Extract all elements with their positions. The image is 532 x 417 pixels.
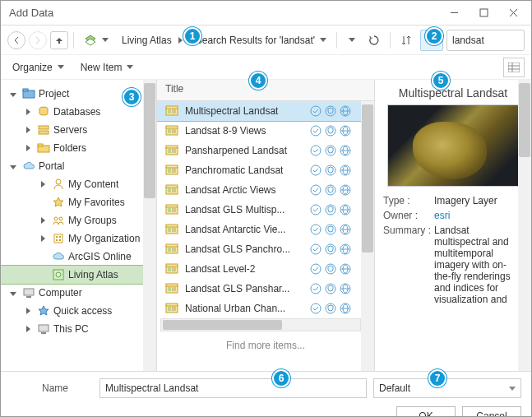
list-item[interactable]: Panchromatic Landsat — [157, 160, 374, 180]
svg-rect-33 — [39, 325, 49, 331]
quick-access-icon — [37, 304, 50, 317]
list-item[interactable]: Landsat GLS Panchro... — [157, 239, 374, 259]
cancel-button[interactable]: Cancel — [462, 406, 521, 417]
history-dropdown[interactable] — [342, 30, 360, 51]
search-input[interactable] — [452, 35, 532, 46]
window-title: Add Data — [9, 7, 439, 19]
my-content-icon — [52, 178, 65, 191]
organize-label: Organize — [12, 62, 53, 73]
scrollbar-thumb[interactable] — [362, 104, 373, 253]
list-item[interactable]: National Urban Chan... — [157, 299, 374, 318]
svg-rect-25 — [56, 236, 58, 238]
catalog-tree[interactable]: Project Databases Servers Folders Portal… — [1, 80, 157, 371]
detail-scrollbar[interactable] — [518, 80, 531, 371]
maximize-button[interactable] — [469, 2, 498, 25]
tree-node-my-favorites[interactable]: My Favorites — [1, 193, 156, 211]
list-item[interactable]: Multispectral Landsat — [157, 101, 374, 121]
list-item[interactable]: Landsat Arctic Views — [157, 180, 374, 200]
detail-owner-link[interactable]: esri — [434, 210, 523, 221]
folder-icon — [22, 87, 35, 100]
filter-combo[interactable]: Default — [373, 378, 521, 398]
list-item-label: Landsat GLS Panshar... — [185, 283, 303, 294]
refresh-icon — [368, 35, 380, 46]
item-badges — [310, 145, 351, 156]
forward-button[interactable] — [29, 31, 47, 49]
imagery-layer-icon — [165, 243, 178, 256]
callout-5: 5 — [432, 72, 450, 90]
tree-node-my-groups[interactable]: My Groups — [1, 211, 156, 229]
imagery-layer-icon — [165, 282, 178, 295]
tree-node-my-organization[interactable]: My Organization — [1, 229, 156, 248]
list-item[interactable]: Landsat GLS Multisp... — [157, 200, 374, 220]
caret-down-icon — [58, 65, 64, 69]
name-input[interactable] — [99, 378, 367, 398]
status-badge-icon — [310, 204, 322, 215]
detail-thumbnail — [387, 104, 519, 187]
list-item[interactable]: Pansharpened Landsat — [157, 141, 374, 160]
callout-7: 7 — [428, 369, 446, 387]
callout-2: 2 — [425, 27, 443, 45]
svg-rect-18 — [39, 131, 49, 134]
status-badge-icon — [325, 125, 336, 137]
tree-node-folders[interactable]: Folders — [1, 139, 156, 157]
cloud-icon — [22, 160, 35, 173]
item-badges — [310, 105, 351, 117]
new-item-dropdown[interactable]: New Item — [76, 57, 139, 78]
svg-rect-99 — [166, 244, 178, 247]
tree-node-this-pc[interactable]: This PC — [1, 320, 156, 338]
sort-icon — [400, 35, 412, 46]
view-mode-button[interactable] — [503, 58, 525, 77]
svg-point-102 — [311, 244, 321, 254]
status-badge-icon — [310, 105, 322, 117]
status-badge-icon — [340, 145, 351, 156]
list-item[interactable]: Landsat Antarctic Vie... — [157, 220, 374, 239]
svg-rect-10 — [508, 63, 520, 72]
svg-point-57 — [311, 146, 321, 155]
list-item-label: Landsat GLS Panchro... — [185, 243, 303, 255]
tree-node-living-atlas[interactable]: Living Atlas — [1, 266, 156, 284]
imagery-layer-icon — [165, 104, 178, 118]
back-button[interactable] — [7, 31, 25, 49]
location-type-dropdown[interactable] — [79, 30, 113, 51]
svg-rect-55 — [168, 149, 171, 153]
tree-node-computer[interactable]: Computer — [1, 284, 156, 302]
list-scrollbar[interactable] — [361, 101, 374, 371]
tree-node-servers[interactable]: Servers — [1, 121, 156, 139]
tree-label: Living Atlas — [68, 269, 118, 280]
ok-button[interactable]: OK — [396, 406, 456, 417]
tree-label: My Groups — [68, 215, 117, 226]
list-hscrollbar[interactable] — [160, 318, 361, 331]
results-list: Title Multispectral LandsatLandsat 8-9 V… — [157, 80, 375, 371]
organize-dropdown[interactable]: Organize — [7, 57, 69, 78]
tree-node-my-content[interactable]: My Content — [1, 175, 156, 193]
status-badge-icon — [340, 105, 351, 117]
list-item-label: Landsat 8-9 Views — [185, 125, 303, 137]
location-dropdown[interactable]: Living Atlas — [117, 30, 187, 51]
imagery-layer-icon — [165, 203, 178, 216]
find-more-link[interactable]: Find more items... — [157, 331, 374, 359]
svg-point-129 — [311, 303, 321, 313]
svg-point-48 — [311, 126, 321, 136]
imagery-layer-icon — [165, 124, 178, 137]
list-item[interactable]: Landsat GLS Panshar... — [157, 279, 374, 299]
scrollbar-thumb[interactable] — [144, 83, 155, 198]
close-button[interactable] — [498, 2, 528, 25]
breadcrumb-dropdown[interactable]: Search Results for 'landsat' — [191, 30, 331, 51]
tree-node-quick-access[interactable]: Quick access — [1, 302, 156, 320]
tree-label: My Organization — [68, 233, 140, 244]
list-item[interactable]: Landsat 8-9 Views — [157, 121, 374, 141]
up-button[interactable] — [50, 31, 68, 49]
svg-rect-20 — [38, 144, 43, 146]
minimize-button[interactable] — [439, 2, 469, 25]
chevron-right-icon — [178, 37, 183, 44]
scrollbar-thumb[interactable] — [519, 83, 530, 157]
tree-node-portal[interactable]: Portal — [1, 157, 156, 175]
tree-scrollbar[interactable] — [143, 80, 156, 371]
list-item[interactable]: Landsat Level-2 — [157, 259, 374, 279]
sort-button[interactable] — [396, 30, 417, 51]
status-badge-icon — [325, 184, 336, 196]
tree-node-arcgis-online[interactable]: ArcGIS Online — [1, 248, 156, 266]
search-box[interactable] — [446, 30, 525, 51]
svg-rect-45 — [166, 126, 178, 128]
refresh-button[interactable] — [363, 30, 385, 51]
